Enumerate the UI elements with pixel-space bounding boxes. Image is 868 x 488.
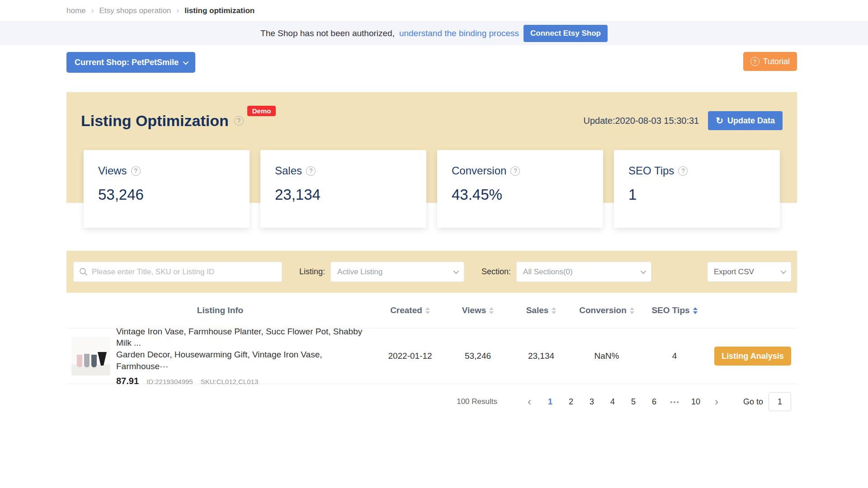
page-button-6[interactable]: 6 [646, 394, 662, 409]
stat-label: Views [98, 164, 127, 177]
update-data-label: Update Data [727, 116, 775, 126]
breadcrumb-home[interactable]: home [66, 6, 86, 15]
stat-label: SEO Tips [628, 164, 674, 177]
notice-text: The Shop has not been authorized, [260, 28, 395, 38]
column-header-conversion[interactable]: Conversion [573, 305, 641, 315]
product-thumbnail[interactable] [71, 337, 110, 375]
page-button-5[interactable]: 5 [626, 394, 641, 409]
update-data-button[interactable]: ↻ Update Data [708, 111, 783, 130]
views-cell: 53,246 [446, 351, 509, 361]
page-button-4[interactable]: 4 [605, 394, 620, 409]
current-shop-dropdown[interactable]: Current Shop: PetPetSmile [66, 52, 195, 73]
listing-text-block: Vintage Iron Vase, Farmhouse Planter, Su… [116, 326, 369, 387]
created-cell: 2022-01-12 [374, 351, 446, 361]
column-header-created[interactable]: Created [374, 305, 446, 315]
more-pages-ellipsis[interactable]: ••• [667, 398, 683, 406]
stat-card-seo-tips: SEO Tips ? 1 [614, 150, 780, 228]
chevron-down-icon [641, 268, 646, 274]
section-filter-label: Section: [481, 267, 511, 277]
sort-icon[interactable] [552, 307, 556, 314]
authorization-notice-bar: The Shop has not been authorized, unders… [0, 22, 868, 45]
seo-tips-cell: 4 [641, 351, 708, 361]
stat-cards: Views ? 53,246 Sales ? 23,134 Conversion [84, 150, 780, 228]
breadcrumb-etsy-shops-operation[interactable]: Etsy shops operation [99, 6, 171, 15]
column-header-label: Sales [526, 305, 549, 315]
stat-label: Conversion [452, 164, 506, 177]
page-button-2[interactable]: 2 [563, 394, 579, 409]
stat-card-sales: Sales ? 23,134 [260, 150, 426, 228]
listing-filter-label: Listing: [299, 267, 325, 277]
column-header-listing-info: Listing Info [66, 305, 374, 315]
section-filter-select[interactable]: All Sections(0) [516, 262, 651, 282]
sort-icon-active[interactable] [693, 307, 698, 314]
stat-card-views: Views ? 53,246 [84, 150, 250, 228]
chevron-down-icon [183, 59, 189, 65]
listing-price: 87.91 [116, 376, 139, 386]
last-update-timestamp: Update:2020-08-03 15:30:31 [583, 116, 699, 126]
breadcrumb-bar: home › Etsy shops operation › listing op… [0, 0, 868, 22]
breadcrumb-current-page: listing optimization [184, 6, 255, 15]
sort-icon[interactable] [489, 307, 494, 314]
column-header-views[interactable]: Views [446, 305, 509, 315]
stat-help-icon[interactable]: ? [678, 166, 688, 176]
sort-icon[interactable] [630, 307, 634, 314]
stat-card-conversion: Conversion ? 43.45% [437, 150, 603, 228]
export-csv-dropdown[interactable]: Export CSV [707, 262, 792, 282]
page-button-3[interactable]: 3 [584, 394, 599, 409]
question-circle-icon: ? [750, 57, 760, 66]
page: home › Etsy shops operation › listing op… [0, 0, 868, 411]
stat-help-icon[interactable]: ? [131, 166, 141, 176]
results-count: 100 Results [457, 397, 497, 406]
panel-title-group: Listing Optimization ? Demo [81, 112, 276, 130]
tutorial-button[interactable]: ? Tutorial [743, 52, 797, 71]
stat-value: 23,134 [275, 186, 426, 203]
listing-filter-select[interactable]: Active Listing [330, 262, 464, 282]
next-page-button[interactable]: › [709, 394, 724, 409]
binding-process-link[interactable]: understand the binding process [399, 28, 519, 38]
listing-title-line2: Garden Decor, Housewarming Gift, Vintage… [116, 349, 369, 372]
breadcrumb-separator-icon: › [176, 6, 179, 15]
stat-help-icon[interactable]: ? [306, 166, 316, 176]
stat-label: Sales [275, 164, 302, 177]
current-shop-label: Current Shop: PetPetSmile [75, 58, 179, 67]
table-row: Vintage Iron Vase, Farmhouse Planter, Su… [66, 328, 797, 384]
column-header-label: SEO Tips [651, 305, 689, 315]
page-title: Listing Optimization [81, 112, 229, 130]
toolbar-row: Current Shop: PetPetSmile ? Tutorial [66, 52, 797, 73]
column-header-label: Conversion [579, 305, 627, 315]
chevron-down-icon [781, 268, 787, 274]
export-csv-label: Export CSV [714, 267, 754, 277]
column-header-sales[interactable]: Sales [509, 305, 573, 315]
listing-info-cell: Vintage Iron Vase, Farmhouse Planter, Su… [66, 326, 374, 387]
page-button-1[interactable]: 1 [542, 394, 558, 409]
listing-optimization-panel: Listing Optimization ? Demo Update:2020-… [66, 92, 797, 203]
page-button-10[interactable]: 10 [688, 394, 703, 409]
refresh-icon: ↻ [716, 116, 723, 125]
title-help-icon[interactable]: ? [234, 116, 244, 126]
sales-cell: 23,134 [509, 351, 573, 361]
action-cell: Listing Analysis [708, 347, 797, 366]
listing-sku: SKU:CL012,CL013 [201, 378, 259, 385]
search-icon [79, 267, 88, 276]
connect-etsy-shop-button[interactable]: Connect Etsy Shop [524, 25, 608, 42]
table-header-row: Listing Info Created Views Sales Convers… [66, 293, 797, 328]
listing-title[interactable]: Vintage Iron Vase, Farmhouse Planter, Su… [116, 326, 369, 372]
goto-label: Go to [743, 397, 763, 407]
previous-page-button[interactable]: ‹ [522, 394, 537, 409]
search-box [73, 262, 282, 282]
stat-value: 53,246 [98, 186, 250, 203]
chevron-down-icon [453, 268, 459, 274]
column-header-label: Listing Info [197, 305, 243, 315]
listing-analysis-button[interactable]: Listing Analysis [714, 347, 791, 366]
product-image [71, 337, 110, 375]
sort-icon[interactable] [425, 307, 430, 314]
stat-value: 1 [628, 186, 780, 203]
search-input[interactable] [74, 262, 282, 282]
filter-band: Listing: Active Listing Section: All Sec… [66, 251, 797, 293]
listing-title-line1: Vintage Iron Vase, Farmhouse Planter, Su… [116, 326, 369, 349]
goto-page-input[interactable] [769, 392, 791, 411]
column-header-seo-tips[interactable]: SEO Tips [641, 305, 708, 315]
tutorial-label: Tutorial [763, 57, 790, 66]
breadcrumb-separator-icon: › [91, 6, 94, 15]
stat-help-icon[interactable]: ? [510, 166, 520, 176]
